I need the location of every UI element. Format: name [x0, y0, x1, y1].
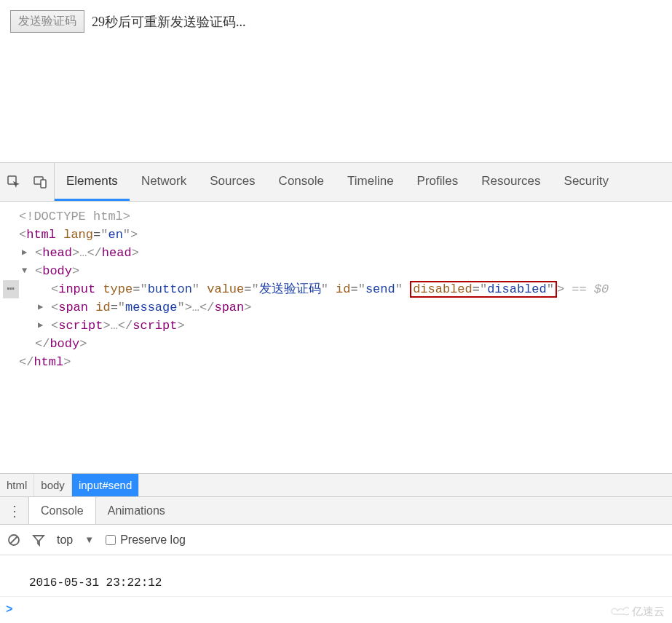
console-body[interactable]: 2016-05-31 23:22:12 > 亿速云 [0, 555, 672, 623]
svg-rect-2 [41, 180, 46, 188]
breadcrumb-body[interactable]: body [34, 474, 72, 496]
console-toolbar: top ▼ Preserve log [0, 525, 672, 555]
elements-panel[interactable]: <!DOCTYPE html> <html lang="en"> ▶<head>… [0, 202, 672, 473]
devtools-toolbar: Elements Network Sources Console Timelin… [0, 163, 672, 202]
page-preview-area: 发送验证码 29秒后可重新发送验证码... [0, 0, 672, 163]
drawer-tab-console[interactable]: Console [29, 497, 96, 524]
devtools-tabs: Elements Network Sources Console Timelin… [55, 163, 620, 201]
send-verification-button[interactable]: 发送验证码 [10, 10, 84, 33]
tab-network[interactable]: Network [130, 163, 198, 201]
preserve-log-input[interactable] [106, 535, 116, 545]
head-collapsed[interactable]: ▶<head>…</head> [3, 244, 669, 262]
drawer-tab-animations[interactable]: Animations [96, 497, 177, 524]
context-dropdown-icon[interactable]: ▼ [84, 534, 94, 545]
expand-toggle-icon[interactable]: ▶ [22, 244, 27, 262]
breadcrumb-html[interactable]: html [0, 474, 34, 496]
input-element-line[interactable]: ⋯ <input type="button" value="发送验证码" id=… [3, 280, 669, 298]
selection-indicator: == $0 [572, 282, 609, 296]
expand-toggle-icon[interactable]: ▶ [38, 298, 43, 317]
tab-elements[interactable]: Elements [55, 163, 130, 201]
doctype-line[interactable]: <!DOCTYPE html> [3, 207, 669, 226]
tab-timeline[interactable]: Timeline [336, 163, 406, 201]
tab-security[interactable]: Security [553, 163, 620, 201]
device-toggle-icon[interactable] [32, 174, 48, 190]
watermark-text: 亿速云 [632, 601, 665, 622]
inspect-element-icon[interactable] [6, 174, 22, 190]
breadcrumb: html body input#send [0, 473, 672, 496]
console-prompt[interactable]: > [0, 597, 672, 623]
svg-line-4 [10, 536, 17, 544]
body-open-tag[interactable]: ▼<body> [3, 262, 669, 280]
page-content: 发送验证码 29秒后可重新发送验证码... [10, 10, 662, 33]
collapse-toggle-icon[interactable]: ▼ [22, 262, 27, 280]
highlighted-disabled-attribute: disabled="disabled" [410, 281, 557, 298]
clear-console-icon[interactable] [7, 533, 20, 547]
filter-icon[interactable] [32, 533, 45, 547]
console-log-entry[interactable]: 2016-05-31 23:22:12 [0, 568, 672, 597]
span-element-line[interactable]: ▶<span id="message">…</span> [3, 298, 669, 317]
breadcrumb-input-send[interactable]: input#send [72, 474, 139, 496]
body-close-tag[interactable]: </body> [3, 335, 669, 353]
drawer-tabs: ⋮ Console Animations [0, 497, 672, 525]
html-open-tag[interactable]: <html lang="en"> [3, 226, 669, 244]
watermark: 亿速云 [610, 601, 665, 622]
tab-console[interactable]: Console [267, 163, 336, 201]
console-drawer: ⋮ Console Animations top ▼ Preserve log … [0, 496, 672, 623]
tab-profiles[interactable]: Profiles [406, 163, 470, 201]
expand-toggle-icon[interactable]: ▶ [38, 317, 43, 335]
inspector-tools [0, 163, 55, 201]
preserve-log-checkbox[interactable]: Preserve log [106, 533, 186, 547]
tab-sources[interactable]: Sources [198, 163, 266, 201]
script-element-line[interactable]: ▶<script>…</script> [3, 317, 669, 335]
selected-gutter-icon: ⋯ [3, 280, 19, 298]
countdown-message: 29秒后可重新发送验证码... [92, 13, 246, 31]
execution-context-label[interactable]: top [57, 533, 73, 547]
preserve-log-label: Preserve log [120, 533, 186, 547]
tab-resources[interactable]: Resources [470, 163, 552, 201]
drawer-menu-icon[interactable]: ⋮ [0, 497, 29, 524]
html-close-tag[interactable]: </html> [3, 353, 669, 371]
